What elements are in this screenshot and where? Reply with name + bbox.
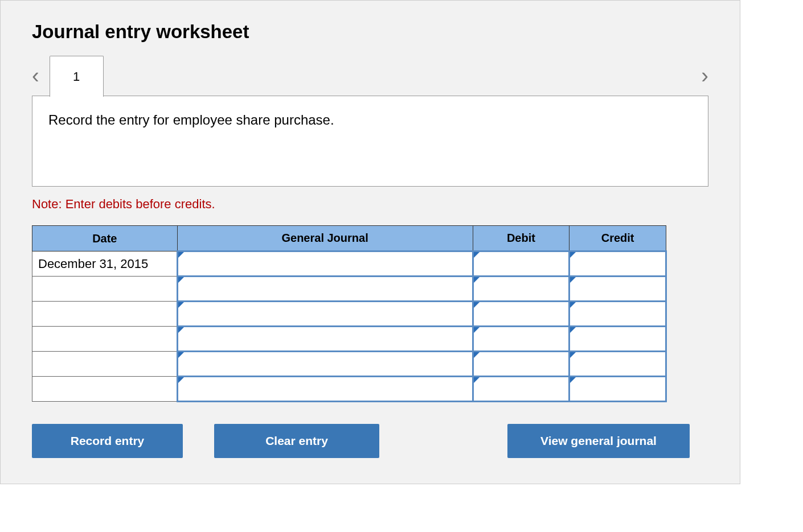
dropdown-flag-icon (178, 352, 184, 358)
dropdown-flag-icon (178, 252, 184, 258)
date-cell[interactable] (32, 377, 178, 402)
date-cell[interactable]: December 31, 2015 (32, 251, 178, 277)
general-journal-cell[interactable] (177, 277, 473, 302)
credit-cell[interactable] (570, 251, 666, 277)
credit-cell[interactable] (570, 352, 666, 377)
table-row (32, 352, 666, 377)
col-header-date: Date (32, 226, 178, 251)
table-row (32, 377, 666, 402)
date-cell[interactable] (32, 277, 178, 302)
credit-cell[interactable] (570, 377, 666, 402)
dropdown-flag-icon (178, 327, 184, 333)
debit-cell[interactable] (473, 302, 570, 327)
general-journal-cell[interactable] (177, 327, 473, 352)
dropdown-flag-icon (570, 352, 576, 358)
clear-entry-button[interactable]: Clear entry (214, 424, 379, 458)
tab-row: ‹ 1 › (32, 55, 708, 96)
general-journal-cell[interactable] (177, 302, 473, 327)
tab-left-group: ‹ 1 (32, 55, 104, 96)
tab-1[interactable]: 1 (50, 56, 104, 97)
table-row (32, 302, 666, 327)
col-header-credit: Credit (570, 226, 666, 251)
debit-cell[interactable] (473, 377, 570, 402)
chevron-left-icon[interactable]: ‹ (32, 65, 39, 86)
chevron-right-icon[interactable]: › (701, 65, 708, 86)
instruction-box: Record the entry for employee share purc… (32, 96, 708, 187)
dropdown-flag-icon (570, 327, 576, 333)
dropdown-flag-icon (474, 327, 480, 333)
worksheet-panel: Journal entry worksheet ‹ 1 › Record the… (0, 0, 740, 484)
date-cell[interactable] (32, 352, 178, 377)
debit-cell[interactable] (473, 327, 570, 352)
debit-cell[interactable] (473, 277, 570, 302)
credit-cell[interactable] (570, 277, 666, 302)
general-journal-cell[interactable] (177, 352, 473, 377)
view-general-journal-button[interactable]: View general journal (507, 424, 690, 458)
dropdown-flag-icon (474, 302, 480, 308)
col-header-debit: Debit (473, 226, 570, 251)
dropdown-flag-icon (570, 252, 576, 258)
debit-cell[interactable] (473, 251, 570, 277)
dropdown-flag-icon (474, 352, 480, 358)
record-entry-button[interactable]: Record entry (32, 424, 183, 458)
journal-entry-table: Date General Journal Debit Credit Decemb… (32, 225, 667, 402)
dropdown-flag-icon (178, 377, 184, 383)
dropdown-flag-icon (570, 302, 576, 308)
dropdown-flag-icon (178, 277, 184, 283)
button-row: Record entry Clear entry View general jo… (32, 424, 690, 458)
dropdown-flag-icon (570, 277, 576, 283)
col-header-general-journal: General Journal (177, 226, 473, 251)
table-body: December 31, 2015 (32, 251, 666, 402)
dropdown-flag-icon (474, 252, 480, 258)
general-journal-cell[interactable] (177, 377, 473, 402)
dropdown-flag-icon (178, 302, 184, 308)
general-journal-cell[interactable] (177, 251, 473, 277)
page-title: Journal entry worksheet (32, 21, 708, 43)
table-row (32, 327, 666, 352)
debit-cell[interactable] (473, 352, 570, 377)
dropdown-flag-icon (474, 277, 480, 283)
dropdown-flag-icon (570, 377, 576, 383)
credit-cell[interactable] (570, 302, 666, 327)
table-row (32, 277, 666, 302)
dropdown-flag-icon (474, 377, 480, 383)
date-cell[interactable] (32, 302, 178, 327)
note-text: Note: Enter debits before credits. (32, 197, 708, 212)
table-row: December 31, 2015 (32, 251, 666, 277)
date-cell[interactable] (32, 327, 178, 352)
credit-cell[interactable] (570, 327, 666, 352)
